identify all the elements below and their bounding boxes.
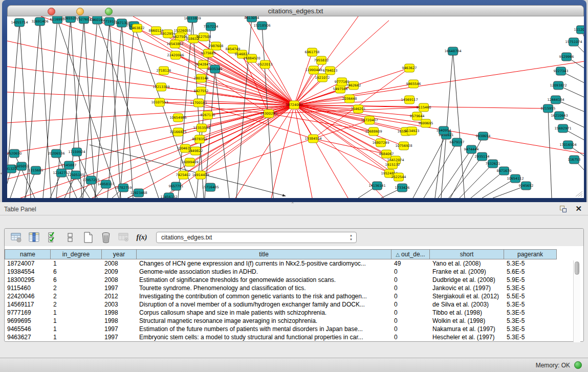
zoom-window-button[interactable] <box>105 8 113 15</box>
table-scrollbar[interactable] <box>573 260 580 342</box>
cell-name[interactable]: 9115460 <box>5 284 51 292</box>
cell-short[interactable]: Nakamura et al. (1997) <box>430 325 504 333</box>
graph-node[interactable]: 15716485 <box>202 183 219 191</box>
cell-title[interactable]: Corpus callosum shape and size in male p… <box>137 309 391 317</box>
cell-short[interactable]: Tibbo et al. (1998) <box>430 309 504 317</box>
graph-node[interactable]: 6679197 <box>450 138 465 146</box>
graph-node[interactable]: 2935114 <box>475 152 490 161</box>
graph-node[interactable]: 8878354 <box>192 135 207 143</box>
cell-year[interactable]: 1998 <box>102 317 137 325</box>
citation-network-graph[interactable]: 1872400714055714326914066116995106552871… <box>7 16 584 198</box>
delete-column-icon[interactable] <box>118 231 130 244</box>
cell-name[interactable]: 18300295 <box>5 276 51 284</box>
table-row[interactable]: 977716911998Corpus callosum shape and si… <box>5 309 576 317</box>
graph-node[interactable]: 9463627 <box>402 64 417 72</box>
cell-short[interactable]: Dudbridge et al. (2008) <box>430 276 504 284</box>
graph-node[interactable]: 10107553 <box>151 98 168 106</box>
cell-pagerank[interactable]: 5.3E-5 <box>504 300 557 309</box>
graph-node[interactable]: 10756928 <box>395 142 412 150</box>
function-builder-icon[interactable]: f(x) <box>136 231 148 244</box>
minimize-window-button[interactable] <box>76 8 84 15</box>
cell-pagerank[interactable]: 5.3E-5 <box>504 317 557 325</box>
table-row[interactable]: 1830029562008Estimation of significance … <box>5 276 576 284</box>
cell-pagerank[interactable]: 5.5E-5 <box>504 292 557 300</box>
graph-node[interactable]: 116753 <box>568 156 581 164</box>
graph-node[interactable]: 20206536 <box>48 149 64 158</box>
table-row[interactable]: 946554611997Estimation of the future num… <box>5 325 576 333</box>
cell-out_degree[interactable]: 0 <box>391 300 430 309</box>
graph-node[interactable]: 1733426 <box>395 184 410 192</box>
column-header-year[interactable]: year <box>102 249 137 259</box>
graph-node[interactable]: 8471670 <box>497 167 512 175</box>
cell-in_degree[interactable]: 6 <box>51 268 102 276</box>
cell-title[interactable]: Changes of HCN gene expression and I(f) … <box>137 259 391 268</box>
cell-year[interactable]: 2012 <box>102 292 137 300</box>
cell-title[interactable]: Genome-wide association studies in ADHD. <box>137 268 391 276</box>
cell-year[interactable]: 1997 <box>102 333 137 341</box>
cell-out_degree[interactable]: 0 <box>391 309 430 317</box>
graph-node[interactable]: 10688609 <box>365 127 382 136</box>
cell-out_degree[interactable]: 0 <box>391 268 430 276</box>
graph-node[interactable]: 16648784 <box>444 47 461 55</box>
graph-node[interactable]: 11990448 <box>305 66 322 74</box>
cell-out_degree[interactable]: 0 <box>391 325 430 333</box>
column-select-icon[interactable] <box>28 231 40 244</box>
graph-node[interactable]: 9115460 <box>417 103 431 112</box>
cell-in_degree[interactable]: 1 <box>51 333 102 341</box>
table-row[interactable]: 946362711997Embryonic stem cells: a mode… <box>5 333 576 341</box>
cell-in_degree[interactable]: 1 <box>51 317 102 325</box>
cell-title[interactable]: Investigating the contribution of common… <box>137 292 391 300</box>
table-row[interactable]: 911546021997Tourette syndrome. Phenomeno… <box>5 284 576 292</box>
cell-short[interactable]: Yano et al. (2008) <box>430 259 504 268</box>
cell-title[interactable]: Embryonic stem cells: a model to study s… <box>137 333 391 341</box>
cell-out_degree[interactable]: 0 <box>391 284 430 292</box>
cell-pagerank[interactable]: 5.3E-5 <box>504 259 557 268</box>
graph-node[interactable]: 10166825 <box>169 128 186 136</box>
cell-in_degree[interactable]: 2 <box>51 284 102 292</box>
cell-name[interactable]: 18724007 <box>5 259 51 268</box>
cell-title[interactable]: Disruption of a novel member of a sodium… <box>137 300 391 309</box>
cell-name[interactable]: 9463627 <box>5 333 51 341</box>
graph-node[interactable]: 7632621 <box>486 160 500 168</box>
cell-pagerank[interactable]: 5.3E-5 <box>504 309 557 317</box>
cell-pagerank[interactable]: 5.3E-5 <box>504 284 557 292</box>
cell-pagerank[interactable]: 5.3E-5 <box>504 333 557 341</box>
cell-out_degree[interactable]: 0 <box>391 317 430 325</box>
column-header-in_degree[interactable]: in_degree <box>51 249 102 259</box>
cell-pagerank[interactable]: 5.6E-5 <box>504 268 557 276</box>
graph-node[interactable]: 14569117 <box>401 96 418 104</box>
graph-node[interactable]: 14958107 <box>97 180 114 188</box>
table-row[interactable]: 969969511998Structural magnetic resonanc… <box>5 317 576 325</box>
cell-name[interactable]: 9465546 <box>5 325 51 333</box>
graph-node[interactable]: 1112045 <box>574 26 584 34</box>
cell-year[interactable]: 2009 <box>102 268 137 276</box>
table-row[interactable]: 1456911722003Disruption of a novel membe… <box>5 300 576 309</box>
table-selector-combobox[interactable]: citations_edges.txt ▲▼ <box>156 232 357 243</box>
column-header-title[interactable]: title <box>137 249 391 259</box>
graph-node[interactable]: 12444184 <box>547 96 564 104</box>
graph-node[interactable]: 16782759 <box>115 184 132 192</box>
cell-in_degree[interactable]: 1 <box>51 309 102 317</box>
graph-node[interactable]: 8427552 <box>194 87 209 95</box>
table-row[interactable]: 2242004622012Investigating the contribut… <box>5 292 576 300</box>
graph-node[interactable]: 15692971 <box>554 124 571 133</box>
cell-title[interactable]: Structural magnetic resonance image aver… <box>137 317 391 325</box>
cell-out_degree[interactable]: 49 <box>391 259 430 268</box>
network-canvas[interactable]: 1872400714055714326914066116995106552871… <box>7 16 584 198</box>
graph-node[interactable]: 9465546 <box>406 80 421 88</box>
cell-short[interactable]: Jankovic et al. (1997) <box>430 284 504 292</box>
column-header-name[interactable]: name <box>5 249 51 259</box>
graph-node[interactable]: 22420046 <box>167 51 184 59</box>
graph-node[interactable]: 12213389 <box>153 83 169 91</box>
delete-table-icon[interactable] <box>100 231 112 244</box>
table-row[interactable]: 1938455462009Genome-wide association stu… <box>5 268 576 276</box>
cell-year[interactable]: 2003 <box>102 300 137 309</box>
graph-node[interactable]: 8267130 <box>201 111 215 119</box>
graph-node[interactable]: 9129966 <box>559 53 574 61</box>
graph-node[interactable]: 17016504 <box>559 141 576 149</box>
column-header-pagerank[interactable]: pagerank <box>504 249 557 259</box>
cell-short[interactable]: Hescheler et al. (1997) <box>430 333 504 341</box>
graph-node[interactable]: 10654112 <box>507 174 524 183</box>
cell-short[interactable]: Stergiakouli et al. (2012) <box>430 292 504 300</box>
row-select-icon[interactable] <box>46 231 58 244</box>
